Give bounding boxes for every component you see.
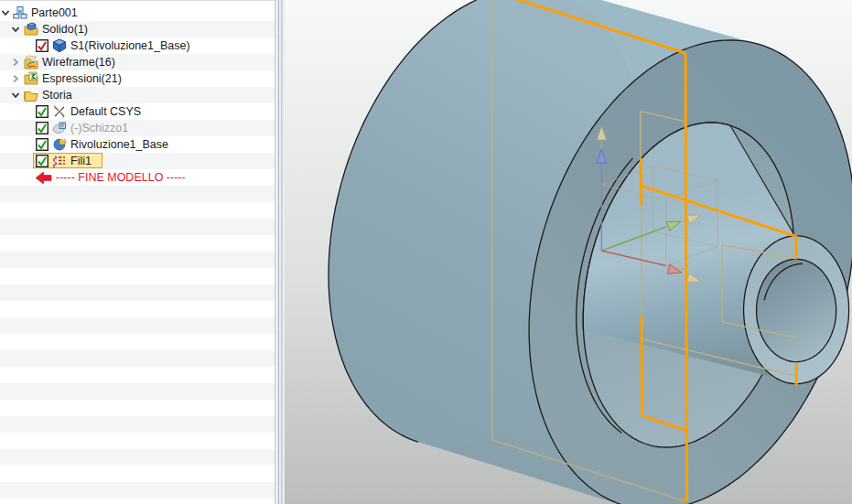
svg-text:x: x bbox=[62, 113, 65, 119]
